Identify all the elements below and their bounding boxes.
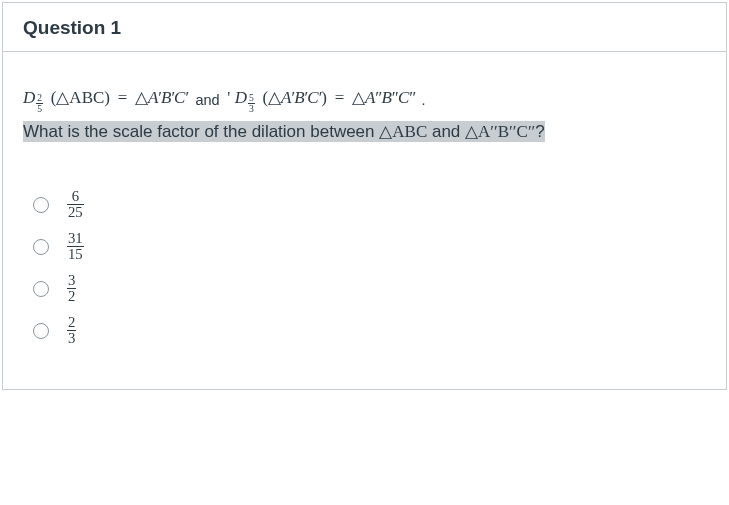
radio-icon[interactable]: [33, 323, 49, 339]
rhs1-B: B: [161, 88, 171, 107]
p2C: C: [517, 122, 528, 141]
question-title: Question 1: [23, 17, 121, 38]
rhs2-A: A: [365, 88, 375, 107]
rhs1-C: C: [174, 88, 185, 107]
option-2[interactable]: 3115: [33, 229, 706, 265]
radio-icon[interactable]: [33, 239, 49, 255]
option-1-label: 625: [67, 189, 84, 221]
tri2: △: [465, 122, 478, 141]
d2-arg-close: ): [321, 88, 327, 107]
d1-sub-num: 2: [36, 93, 43, 103]
option-1[interactable]: 625: [33, 187, 706, 223]
and-text: and: [192, 92, 222, 108]
option-2-label: 3115: [67, 231, 84, 263]
prompt-pre: What is the scale factor of the dilation…: [23, 122, 379, 141]
period: .: [420, 92, 426, 108]
option-3[interactable]: 32: [33, 271, 706, 307]
tri1: △: [379, 122, 392, 141]
expr-d1: D25 (△ABC) = △A′B′C′: [23, 88, 192, 107]
prompt-q: ?: [535, 122, 544, 141]
o3d: 2: [67, 288, 76, 304]
d2-sub-num: 5: [248, 93, 255, 103]
option-4[interactable]: 23: [33, 313, 706, 349]
prompt-mid: and: [427, 122, 465, 141]
abc: ABC: [392, 122, 427, 141]
arg2-C: C: [307, 88, 318, 107]
d2-arg-open: (△: [262, 88, 281, 107]
rhs2-B: B: [381, 88, 391, 107]
option-3-label: 32: [67, 273, 76, 305]
o4d: 3: [67, 330, 76, 346]
d2-sub-den: 3: [248, 103, 255, 114]
question-header: Question 1: [3, 3, 726, 52]
rhs2-C: C: [398, 88, 409, 107]
arg2-A: A: [281, 88, 291, 107]
p2A: A: [478, 122, 490, 141]
radio-icon[interactable]: [33, 197, 49, 213]
option-4-label: 23: [67, 315, 76, 347]
o1d: 25: [67, 204, 84, 220]
p2B: B: [498, 122, 509, 141]
arg2-B: B: [294, 88, 304, 107]
o2d: 15: [67, 246, 84, 262]
o2n: 31: [67, 231, 84, 246]
question-body: D25 (△ABC) = △A′B′C′ and ' D53 (△A′B′C′)…: [3, 52, 726, 389]
rhs1-A: A: [148, 88, 158, 107]
eq1: =: [118, 88, 128, 107]
expr-d2: ' D53 (△A′B′C′) = △A″B″C″: [227, 88, 419, 107]
radio-icon[interactable]: [33, 281, 49, 297]
o1n: 6: [67, 189, 84, 204]
answer-options: 625 3115 32 23: [23, 187, 706, 349]
highlighted-prompt: What is the scale factor of the dilation…: [23, 121, 545, 142]
o3n: 3: [67, 273, 76, 288]
leading-prime-sp: ': [227, 88, 234, 107]
question-card: Question 1 D25 (△ABC) = △A′B′C′ and ' D5…: [2, 2, 727, 390]
d1-sub-den: 5: [36, 103, 43, 114]
eq2: =: [335, 88, 345, 107]
question-stem-line1: D25 (△ABC) = △A′B′C′ and ' D53 (△A′B′C′)…: [23, 84, 706, 114]
question-stem-line2: What is the scale factor of the dilation…: [23, 118, 706, 145]
o4n: 2: [67, 315, 76, 330]
d1-arg: (△ABC): [51, 88, 110, 107]
